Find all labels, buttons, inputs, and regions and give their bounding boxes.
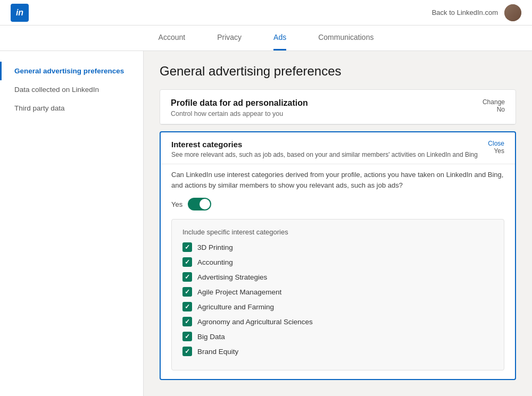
interest-question: Can LinkedIn use interest categories der… [171, 170, 504, 190]
checkbox-agile-project-management: ✓ [182, 287, 192, 297]
category-name-3d-printing: 3D Printing [197, 243, 233, 251]
category-name-agile-project-management: Agile Project Management [197, 288, 281, 296]
interest-toggle[interactable] [188, 198, 211, 210]
tab-privacy[interactable]: Privacy [217, 26, 242, 50]
category-item-agronomy[interactable]: ✓ Agronomy and Agricultural Sciences [182, 317, 493, 326]
category-item-agile-project-management[interactable]: ✓ Agile Project Management [182, 287, 493, 297]
checkbox-agriculture-farming: ✓ [182, 302, 192, 311]
interest-categories-section: Interest categories See more relevant ad… [160, 131, 516, 380]
change-label: Change [483, 98, 505, 106]
category-name-agriculture-farming: Agriculture and Farming [197, 303, 274, 311]
interest-header: Interest categories See more relevant ad… [161, 132, 515, 164]
profile-data-title: Profile data for ad personalization [171, 98, 308, 108]
category-item-brand-equity[interactable]: ✓ Brand Equity [182, 347, 493, 356]
category-name-accounting: Accounting [197, 258, 233, 266]
category-item-3d-printing[interactable]: ✓ 3D Printing [182, 242, 493, 252]
toggle-label: Yes [171, 200, 182, 208]
tab-communications[interactable]: Communications [318, 26, 373, 50]
category-item-big-data[interactable]: ✓ Big Data [182, 332, 493, 341]
sidebar-item-third-party[interactable]: Third party data [0, 99, 143, 117]
checkbox-accounting: ✓ [182, 257, 192, 267]
linkedin-logo: in [11, 4, 29, 22]
profile-data-section: Profile data for ad personalization Cont… [160, 89, 516, 125]
interest-header-text: Interest categories See more relevant ad… [171, 140, 478, 158]
top-bar-right: Back to LinkedIn.com [432, 4, 521, 21]
avatar[interactable] [504, 4, 521, 21]
interest-title: Interest categories [171, 140, 478, 149]
sidebar-item-general-advertising[interactable]: General advertising preferences [0, 62, 143, 80]
change-value: No [483, 106, 505, 113]
interest-body: Can LinkedIn use interest categories der… [161, 164, 515, 379]
toggle-row: Yes [171, 198, 504, 210]
interest-yes-value: Yes [478, 147, 504, 155]
tab-ads[interactable]: Ads [273, 26, 286, 50]
checkbox-big-data: ✓ [182, 332, 192, 341]
tab-account[interactable]: Account [159, 26, 186, 50]
toggle-knob [200, 199, 210, 209]
checkbox-agronomy: ✓ [182, 317, 192, 326]
top-bar: in Back to LinkedIn.com [0, 0, 532, 26]
interest-subtitle: See more relevant ads, such as job ads, … [171, 151, 478, 158]
category-name-brand-equity: Brand Equity [197, 348, 238, 356]
profile-data-subtitle: Control how certain ads appear to you [171, 110, 308, 117]
profile-data-header: Profile data for ad personalization Cont… [160, 90, 516, 124]
profile-data-action[interactable]: Change No [483, 98, 505, 113]
close-button[interactable]: Close [478, 140, 504, 147]
sidebar: General advertising preferences Data col… [0, 51, 144, 396]
profile-data-text: Profile data for ad personalization Cont… [171, 98, 308, 117]
sidebar-item-data-collected[interactable]: Data collected on LinkedIn [0, 80, 143, 99]
categories-include-label: Include specific interest categories [182, 228, 493, 236]
main-content: General advertising preferences Profile … [144, 51, 532, 396]
category-name-advertising-strategies: Advertising Strategies [197, 273, 267, 281]
page-title: General advertising preferences [160, 64, 516, 79]
categories-box: Include specific interest categories ✓ 3… [171, 219, 504, 370]
back-to-linkedin-link[interactable]: Back to LinkedIn.com [432, 9, 498, 16]
category-item-accounting[interactable]: ✓ Accounting [182, 257, 493, 267]
checkbox-advertising-strategies: ✓ [182, 272, 192, 282]
avatar-image [504, 4, 521, 21]
category-name-agronomy: Agronomy and Agricultural Sciences [197, 318, 313, 326]
checkbox-brand-equity: ✓ [182, 347, 192, 356]
interest-close-action[interactable]: Close Yes [478, 140, 504, 155]
category-name-big-data: Big Data [197, 333, 225, 341]
checkbox-3d-printing: ✓ [182, 242, 192, 252]
nav-tabs: Account Privacy Ads Communications [0, 26, 532, 51]
layout: General advertising preferences Data col… [0, 51, 532, 396]
category-item-agriculture-farming[interactable]: ✓ Agriculture and Farming [182, 302, 493, 311]
category-item-advertising-strategies[interactable]: ✓ Advertising Strategies [182, 272, 493, 282]
